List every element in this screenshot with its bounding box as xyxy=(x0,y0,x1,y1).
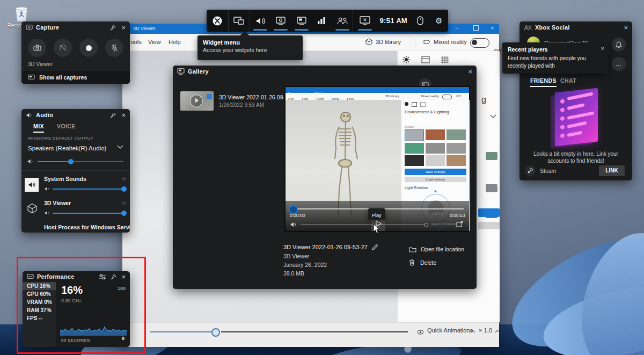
start-recording-button[interactable] xyxy=(79,39,98,57)
metric-row-ram[interactable]: RAM 37% xyxy=(23,306,56,314)
popout-icon[interactable] xyxy=(456,221,463,227)
capture-titlebar[interactable]: Capture × xyxy=(21,21,130,33)
close-icon[interactable]: × xyxy=(468,68,472,75)
audio-widget-button[interactable] xyxy=(250,10,270,32)
maximize-icon[interactable] xyxy=(473,25,479,31)
pin-icon[interactable] xyxy=(110,25,116,31)
save-settings-button-partial[interactable] xyxy=(478,208,500,217)
broadcast-button[interactable] xyxy=(353,10,376,32)
quick-animations-label[interactable]: Quick Animations xyxy=(427,327,473,334)
gallery-widget-button[interactable] xyxy=(291,10,311,32)
chevron-down-icon[interactable] xyxy=(490,114,496,119)
3d-library-button[interactable]: 3D library xyxy=(376,34,401,50)
delete-button[interactable]: Delete xyxy=(409,259,464,266)
chevron-up-icon[interactable] xyxy=(495,330,500,333)
gallery-widget-icon xyxy=(177,68,185,75)
close-icon[interactable]: × xyxy=(491,23,494,33)
tooltip-body: Access your widgets here xyxy=(197,47,303,53)
timeline-thumb[interactable] xyxy=(211,328,220,337)
wallpaper-petal xyxy=(496,217,644,355)
volume-icon[interactable] xyxy=(290,221,297,228)
tab-chat[interactable]: CHAT xyxy=(560,77,576,84)
close-icon[interactable]: × xyxy=(121,273,126,280)
metric-row-vram[interactable]: VRAM 0% xyxy=(23,298,56,306)
channel-3d-viewer: 3D Viewer ☆ xyxy=(25,199,127,221)
close-icon[interactable]: × xyxy=(624,24,628,31)
capture-title: Capture xyxy=(36,24,59,31)
rename-pencil-icon[interactable] xyxy=(372,244,378,250)
notifications-button[interactable] xyxy=(612,38,626,52)
theme-swatch[interactable] xyxy=(486,184,497,192)
performance-titlebar[interactable]: Performance × xyxy=(23,271,130,282)
open-file-location-button[interactable]: Open file location xyxy=(409,246,464,252)
metric-row-fps[interactable]: FPS -- xyxy=(23,314,56,322)
show-all-captures-button[interactable]: Show all captures xyxy=(21,71,130,84)
chevron-up-icon[interactable] xyxy=(470,330,475,333)
stats-tab-icon[interactable] xyxy=(421,55,430,64)
volume-track[interactable] xyxy=(301,224,425,225)
pin-icon[interactable] xyxy=(110,112,116,118)
master-volume-thumb[interactable] xyxy=(68,159,74,164)
trash-icon xyxy=(409,259,415,266)
screenshot-button[interactable] xyxy=(28,39,46,57)
channel-volume-slider[interactable] xyxy=(53,213,127,214)
favorite-star-icon[interactable]: ☆ xyxy=(121,176,127,183)
more-button[interactable]: … xyxy=(612,57,626,71)
minimize-icon[interactable]: – xyxy=(455,23,458,33)
grid-tab-icon[interactable] xyxy=(441,55,449,64)
theme-swatch[interactable] xyxy=(486,152,497,160)
video-panel-icon xyxy=(412,102,417,107)
video-theme-swatch xyxy=(426,129,445,140)
channel-volume-thumb[interactable] xyxy=(121,211,127,216)
mouse-icon xyxy=(417,16,423,25)
link-button[interactable]: LINK xyxy=(599,165,625,176)
metric-value: 60% xyxy=(40,291,50,297)
friends-empty-illustration xyxy=(547,90,603,148)
capture-thumbnail[interactable] xyxy=(180,91,214,111)
lighting-tab-icon[interactable] xyxy=(402,55,411,64)
mic-muted-button[interactable] xyxy=(105,39,123,57)
tab-voice[interactable]: VOICE xyxy=(57,123,76,129)
widget-menu-button[interactable] xyxy=(229,10,249,32)
speed-label[interactable]: × 1.0 xyxy=(479,327,492,334)
performance-widget-button[interactable] xyxy=(312,10,332,32)
tab-friends[interactable]: FRIENDS xyxy=(530,77,557,87)
axis-bottom: 0 xyxy=(122,336,125,341)
close-icon[interactable]: × xyxy=(121,24,126,31)
video-player[interactable]: Curious skeleton - 3D Viewer File Edit T… xyxy=(284,86,470,232)
mouse-mode-button[interactable] xyxy=(411,10,430,32)
favorite-star-icon[interactable]: ☆ xyxy=(121,224,127,231)
close-icon[interactable]: × xyxy=(601,46,604,52)
video-theme-swatch xyxy=(426,143,445,154)
record-last-button[interactable] xyxy=(54,39,72,57)
channel-volume-thumb[interactable] xyxy=(121,186,127,192)
tooltip-title: Widget menu xyxy=(197,35,303,47)
load-settings-button-partial[interactable] xyxy=(478,222,500,229)
menu-view[interactable]: View xyxy=(148,34,161,50)
channel-system-sounds: System Sounds ☆ xyxy=(25,175,127,197)
social-titlebar[interactable]: Xbox Social × xyxy=(519,21,632,33)
channel-volume-slider[interactable] xyxy=(53,189,127,190)
metric-name: FPS xyxy=(27,315,37,321)
pin-icon[interactable] xyxy=(111,274,116,280)
capture-widget-button[interactable] xyxy=(270,10,291,32)
favorite-star-icon[interactable]: ☆ xyxy=(121,200,127,207)
xbox-home-button[interactable] xyxy=(207,10,228,32)
video-load-button: Load settings xyxy=(405,177,466,182)
settings-button[interactable]: ⚙ xyxy=(429,10,448,32)
metric-row-cpu[interactable]: CPU 16% xyxy=(23,282,56,290)
close-icon[interactable]: × xyxy=(121,112,126,119)
social-widget-button[interactable] xyxy=(332,10,353,32)
master-volume-slider[interactable] xyxy=(38,161,123,162)
mixed-reality-toggle[interactable] xyxy=(470,38,489,48)
audio-titlebar[interactable]: Audio × xyxy=(21,109,130,121)
capture-app-label: 3D Viewer xyxy=(28,61,53,67)
gallery-list-item[interactable]: 3D Viewer 2022-01-26 09-5... 1/26/2022 9… xyxy=(180,91,286,113)
gallery-titlebar[interactable]: Gallery × xyxy=(173,66,477,77)
options-sliders-icon[interactable] xyxy=(99,274,106,280)
metric-row-gpu[interactable]: GPU 60% xyxy=(23,290,56,298)
output-device-dropdown[interactable]: Speakers (Realtek(R) Audio) xyxy=(28,143,123,154)
open-file-location-label: Open file location xyxy=(421,246,464,252)
menu-help[interactable]: Help xyxy=(169,34,181,50)
tab-mix[interactable]: MIX xyxy=(33,123,44,133)
